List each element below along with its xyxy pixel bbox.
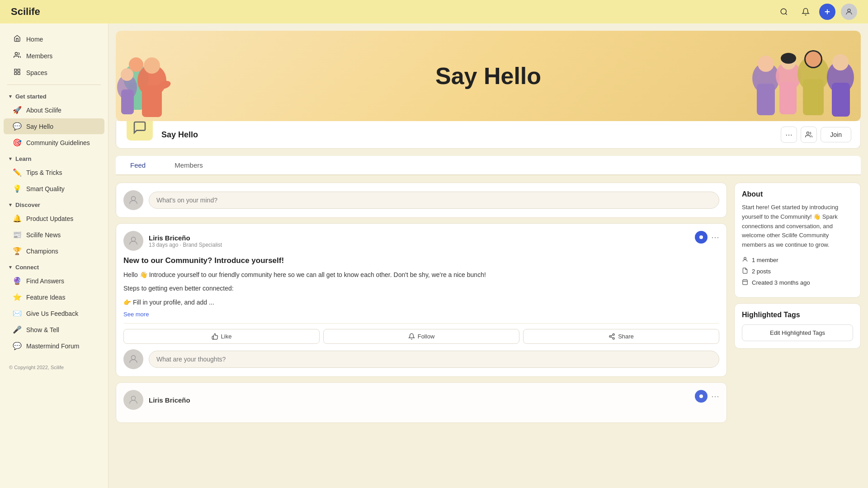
- posts-count: 2 posts: [752, 268, 771, 275]
- crystal-icon: 🔮: [13, 277, 22, 285]
- post-more-button-2[interactable]: ⋯: [711, 391, 719, 401]
- feed-column: Liris Briceño 13 days ago · Brand Specia…: [116, 183, 727, 428]
- post-header: Liris Briceño 13 days ago · Brand Specia…: [123, 231, 719, 251]
- calendar-icon: [742, 279, 748, 286]
- svg-line-39: [611, 335, 613, 336]
- post-input-field[interactable]: [149, 192, 719, 209]
- chat-icon: 💬: [13, 122, 22, 131]
- sidebar-item-tips-tricks[interactable]: ✏️ Tips & Tricks: [4, 164, 104, 180]
- community-meta-left: Say Hello: [125, 127, 198, 142]
- post-card-2: Liris Briceño ⋯: [116, 382, 727, 423]
- post-meta-actions: ⋯: [695, 231, 719, 244]
- chevron-down-icon: ▾: [9, 202, 12, 208]
- sidebar-item-label: Give Us Feedback: [26, 310, 78, 317]
- svg-point-26: [806, 52, 821, 67]
- sidebar-item-label: Say Hello: [26, 123, 53, 130]
- sidebar-item-members[interactable]: Members: [4, 48, 104, 64]
- user-avatar-button[interactable]: [841, 4, 857, 20]
- sidebar-item-label: Scilife News: [26, 231, 61, 239]
- svg-rect-12: [142, 85, 162, 117]
- sidebar-item-say-hello[interactable]: 💬 Say Hello: [4, 118, 104, 134]
- svg-point-32: [131, 197, 135, 201]
- comment-input-field[interactable]: [149, 351, 719, 368]
- create-button[interactable]: [819, 4, 835, 20]
- like-label: Like: [221, 333, 232, 340]
- post-body-2: Steps to getting even better connected:: [123, 283, 719, 293]
- svg-point-36: [609, 336, 611, 338]
- about-stat-members: 1 member: [742, 256, 853, 264]
- svg-rect-3: [14, 69, 17, 71]
- section-label: Get started: [15, 93, 47, 100]
- home-icon: [13, 35, 22, 44]
- sidebar-item-mastermind-forum[interactable]: 💬 Mastermind Forum: [4, 338, 104, 354]
- sidebar-item-home[interactable]: Home: [4, 31, 104, 47]
- svg-point-1: [848, 9, 850, 12]
- post-see-more[interactable]: See more: [123, 311, 719, 318]
- members-button[interactable]: [801, 127, 817, 143]
- svg-line-38: [611, 337, 613, 338]
- sidebar-item-about-scilife[interactable]: 🚀 About Scilife: [4, 102, 104, 118]
- svg-point-11: [144, 57, 160, 74]
- sidebar-item-champions[interactable]: 🏆 Champions: [4, 243, 104, 259]
- forum-icon: 💬: [13, 342, 22, 350]
- about-stat-created: Created 3 months ago: [742, 279, 853, 286]
- bulb-icon: 💡: [13, 184, 22, 193]
- created-date: Created 3 months ago: [752, 279, 810, 286]
- sidebar-item-spaces[interactable]: Spaces: [4, 65, 104, 81]
- svg-rect-27: [803, 79, 824, 115]
- sidebar-item-feature-ideas[interactable]: ⭐ Feature Ideas: [4, 289, 104, 305]
- sidebar-item-scilife-news[interactable]: 📰 Scilife News: [4, 227, 104, 243]
- svg-point-29: [832, 54, 849, 70]
- mic-icon: 🎤: [13, 325, 22, 334]
- sidebar-item-smart-quality[interactable]: 💡 Smart Quality: [4, 181, 104, 197]
- svg-rect-6: [18, 72, 20, 75]
- topnav: Scilife: [0, 0, 868, 23]
- post-meta: 13 days ago · Brand Specialist: [149, 242, 222, 248]
- sidebar-item-give-feedback[interactable]: ✉️ Give Us Feedback: [4, 305, 104, 321]
- tab-members[interactable]: Members: [160, 156, 217, 175]
- sidebar-item-label: Mastermind Forum: [26, 343, 79, 350]
- svg-rect-22: [779, 82, 797, 114]
- sidebar-item-community-guidelines[interactable]: 🎯 Community Guidelines: [4, 135, 104, 150]
- user-avatar: [123, 190, 143, 210]
- notifications-button[interactable]: [797, 4, 814, 20]
- sidebar-item-product-updates[interactable]: 🔔 Product Updates: [4, 211, 104, 226]
- join-button[interactable]: Join: [821, 127, 851, 142]
- sidebar-section-connect[interactable]: ▾ Connect: [0, 259, 108, 272]
- post-more-button[interactable]: ⋯: [711, 232, 719, 242]
- more-options-button[interactable]: ⋯: [781, 127, 797, 143]
- svg-point-43: [744, 257, 746, 259]
- content-area: Liris Briceño 13 days ago · Brand Specia…: [116, 183, 861, 428]
- svg-rect-4: [18, 69, 20, 71]
- svg-rect-19: [757, 84, 775, 115]
- sidebar-item-label: About Scilife: [26, 107, 61, 114]
- svg-rect-5: [14, 72, 17, 75]
- section-label: Connect: [15, 264, 39, 271]
- svg-rect-44: [743, 280, 748, 285]
- svg-point-41: [131, 396, 135, 400]
- about-card: About Start here! Get started by introdu…: [734, 183, 861, 298]
- sidebar-section-discover[interactable]: ▾ Discover: [0, 197, 108, 210]
- like-button[interactable]: Like: [123, 329, 320, 344]
- edit-highlighted-tags-button[interactable]: Edit Highlighted Tags: [742, 324, 853, 341]
- post-input-card: [116, 183, 727, 218]
- svg-point-42: [699, 394, 703, 398]
- tab-feed[interactable]: Feed: [116, 156, 160, 175]
- search-button[interactable]: [776, 4, 792, 20]
- topnav-actions: [776, 4, 857, 20]
- rocket-icon: 🚀: [13, 106, 22, 114]
- post-card: Liris Briceño 13 days ago · Brand Specia…: [116, 223, 727, 377]
- follow-button[interactable]: Follow: [323, 329, 519, 344]
- sidebar-section-learn[interactable]: ▾ Learn: [0, 151, 108, 164]
- sidebar-item-find-answers[interactable]: 🔮 Find Answers: [4, 273, 104, 289]
- share-button[interactable]: Share: [523, 329, 719, 344]
- right-sidebar: About Start here! Get started by introdu…: [734, 183, 861, 428]
- section-label: Learn: [15, 155, 31, 162]
- chevron-down-icon: ▾: [9, 156, 12, 162]
- sidebar-item-show-tell[interactable]: 🎤 Show & Tell: [4, 322, 104, 338]
- comment-input-row: [123, 349, 719, 369]
- banner-people-left: [116, 40, 188, 121]
- sidebar-section-get-started[interactable]: ▾ Get started: [0, 89, 108, 102]
- svg-point-33: [131, 237, 135, 241]
- highlighted-tags-title: Highlighted Tags: [742, 311, 853, 319]
